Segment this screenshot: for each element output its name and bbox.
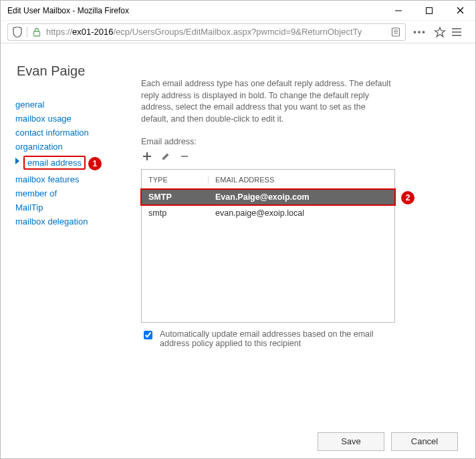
page-actions-button[interactable]: •••	[411, 27, 429, 37]
cell-type: SMTP	[142, 192, 209, 202]
url-text: https://ex01-2016/ecp/UsersGroups/EditMa…	[46, 27, 386, 37]
email-toolbar	[141, 150, 457, 162]
table-header: TYPE EMAIL ADDRESS	[142, 170, 394, 190]
url-prefix: https://	[46, 27, 72, 37]
cancel-button[interactable]: Cancel	[391, 432, 458, 451]
auto-update-checkbox-row[interactable]: Automatically update email addresses bas…	[141, 329, 395, 348]
left-panel: Evan Paige generalmailbox usagecontact i…	[1, 50, 141, 423]
table-row[interactable]: smtpevan.paige@exoip.local	[142, 204, 394, 222]
sidebar-item-mailbox-usage[interactable]: mailbox usage	[15, 112, 141, 126]
window-minimize-button[interactable]	[383, 1, 414, 21]
bookmark-icon[interactable]	[434, 26, 446, 38]
remove-button[interactable]	[178, 150, 191, 162]
hamburger-menu-icon[interactable]	[451, 27, 469, 37]
sidebar-item-member-of[interactable]: member of	[15, 186, 141, 200]
shield-icon	[12, 27, 23, 37]
browser-toolbar: https://ex01-2016/ecp/UsersGroups/EditMa…	[1, 21, 475, 43]
email-address-table: TYPE EMAIL ADDRESS SMTPEvan.Paige@exoip.…	[141, 169, 395, 323]
url-bar[interactable]: https://ex01-2016/ecp/UsersGroups/EditMa…	[7, 23, 406, 41]
sidebar-item-organization[interactable]: organization	[15, 140, 141, 154]
sidebar-item-MailTip[interactable]: MailTip	[15, 200, 141, 214]
column-header-type[interactable]: TYPE	[142, 176, 209, 184]
cell-address: evan.paige@exoip.local	[209, 208, 394, 218]
table-row[interactable]: SMTPEvan.Paige@exoip.com2	[140, 188, 396, 206]
sidebar-item-mailbox-delegation[interactable]: mailbox delegation	[15, 214, 141, 228]
window-close-button[interactable]	[445, 1, 475, 21]
dialog-footer: Save Cancel	[1, 423, 475, 459]
right-panel: Each email address type has one default …	[141, 50, 475, 423]
window-title: Edit User Mailbox - Mozilla Firefox	[7, 6, 383, 15]
sidebar-item-label: email address	[23, 156, 86, 170]
callout-badge: 2	[401, 191, 414, 204]
sidebar-nav: generalmailbox usagecontact informationo…	[15, 98, 141, 228]
column-header-address[interactable]: EMAIL ADDRESS	[209, 176, 394, 184]
cell-address: Evan.Paige@exoip.com	[209, 192, 394, 202]
window-maximize-button[interactable]	[414, 1, 445, 21]
email-address-label: Email address:	[141, 137, 457, 146]
reader-mode-icon[interactable]	[390, 27, 401, 37]
window-titlebar: Edit User Mailbox - Mozilla Firefox	[1, 1, 475, 21]
svg-rect-4	[34, 31, 40, 36]
table-body: SMTPEvan.Paige@exoip.com2smtpevan.paige@…	[142, 190, 394, 222]
url-path: /ecp/UsersGroups/EditMailbox.aspx?pwmcid…	[113, 27, 362, 37]
cell-type: smtp	[142, 208, 209, 218]
callout-badge: 1	[88, 157, 102, 170]
auto-update-checkbox[interactable]	[144, 331, 152, 339]
sidebar-item-general[interactable]: general	[15, 98, 141, 112]
page-title: Evan Paige	[17, 63, 141, 79]
description-text: Each email address type has one default …	[141, 78, 395, 125]
svg-rect-1	[427, 7, 433, 13]
edit-button[interactable]	[160, 150, 172, 162]
lock-icon	[31, 27, 42, 37]
separator	[27, 27, 27, 37]
add-button[interactable]	[141, 150, 153, 162]
save-button[interactable]: Save	[318, 432, 384, 451]
url-host: ex01-2016	[72, 27, 113, 37]
sidebar-item-email-address[interactable]: email address1	[15, 154, 141, 172]
content-area: Evan Paige generalmailbox usagecontact i…	[1, 43, 475, 423]
sidebar-item-mailbox-features[interactable]: mailbox features	[15, 172, 141, 186]
sidebar-item-contact-information[interactable]: contact information	[15, 126, 141, 140]
auto-update-label: Automatically update email addresses bas…	[160, 329, 395, 348]
